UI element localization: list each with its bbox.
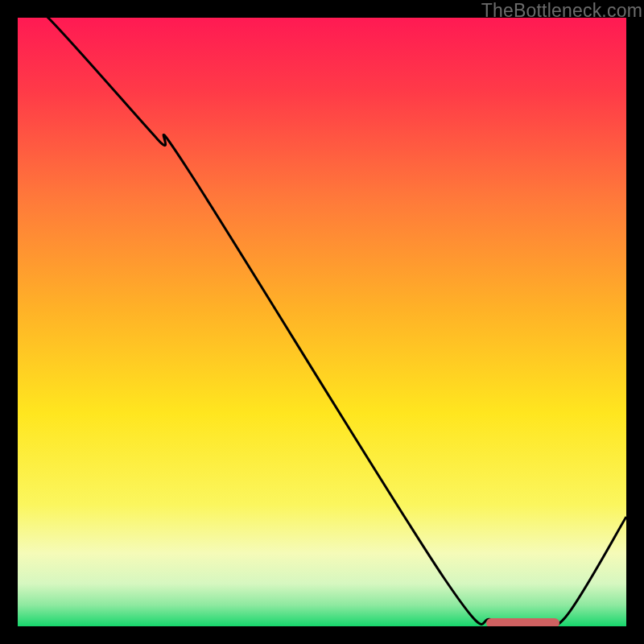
plot-area <box>18 18 626 626</box>
watermark-text: TheBottleneck.com <box>481 0 642 22</box>
curve-layer <box>18 18 626 626</box>
bottleneck-curve <box>18 18 626 626</box>
chart-frame <box>18 18 626 626</box>
optimal-range-marker <box>486 618 559 626</box>
